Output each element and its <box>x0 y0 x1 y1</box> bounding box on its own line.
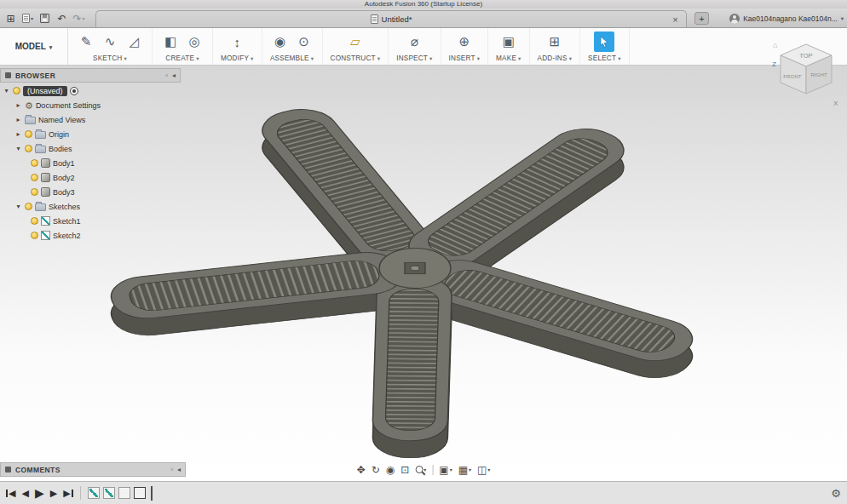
step-forward-button[interactable]: ▶ <box>50 488 57 499</box>
create-sketch-icon[interactable]: ✎ <box>76 32 96 52</box>
tree-item-root[interactable]: (Unsaved) <box>0 83 187 98</box>
construct-menu[interactable]: CONSTRUCT <box>331 54 381 62</box>
ribbon-group-inspect: ⌀ INSPECT <box>389 28 441 65</box>
grid-settings-button[interactable]: ▦▾ <box>458 464 471 476</box>
visibility-bulb-icon[interactable] <box>25 130 32 138</box>
new-tab-button[interactable]: + <box>694 12 709 25</box>
visibility-bulb-icon[interactable] <box>31 174 38 181</box>
tree-item-sketch2[interactable]: Sketch2 <box>0 228 187 243</box>
view-cube[interactable]: ⌂ TOP FRONT RIGHT Z X <box>770 37 842 109</box>
disclosure-down-icon[interactable] <box>14 203 22 210</box>
ribbon-group-insert: ⊕ INSERT <box>441 28 489 65</box>
tree-item-named-views[interactable]: Named Views <box>0 112 187 127</box>
select-menu[interactable]: SELECT <box>588 54 621 62</box>
press-pull-icon[interactable]: ↕ <box>227 32 247 52</box>
new-document-button[interactable]: ▾ <box>20 11 35 26</box>
orbit-button[interactable]: ↻ <box>372 464 380 476</box>
assemble-menu[interactable]: ASSEMBLE <box>270 54 314 62</box>
select-cursor-icon[interactable] <box>594 32 614 52</box>
activate-radio[interactable] <box>70 87 78 95</box>
redo-icon: ↷ <box>72 13 81 25</box>
tree-item-origin[interactable]: Origin <box>0 127 187 141</box>
create-menu[interactable]: CREATE <box>165 54 199 62</box>
undo-button[interactable]: ↶ <box>55 11 69 26</box>
play-button[interactable]: ▶ <box>35 486 44 500</box>
visibility-bulb-icon[interactable] <box>31 232 38 239</box>
construction-plane-icon[interactable]: ▱ <box>345 32 366 52</box>
zoom-button[interactable]: ▾ <box>415 466 426 473</box>
display-settings-button[interactable]: ▣▾ <box>439 464 452 476</box>
visibility-bulb-icon[interactable] <box>31 188 38 196</box>
sketch-icon <box>41 216 50 226</box>
sketch-menu[interactable]: SKETCH <box>93 54 127 62</box>
folder-icon <box>35 146 46 153</box>
disclosure-right-icon[interactable] <box>14 130 22 138</box>
visibility-bulb-icon[interactable] <box>25 203 32 210</box>
step-forward-icon: ▶ <box>50 488 57 499</box>
browser-panel-header[interactable]: BROWSER ▫ ◂ <box>0 68 181 83</box>
workspace-label: MODEL <box>15 42 46 51</box>
visibility-bulb-icon[interactable] <box>13 87 20 94</box>
skip-to-end-button[interactable]: ▶ <box>63 488 72 499</box>
gear-icon: ⚙ <box>25 101 33 110</box>
new-component-icon[interactable]: ◉ <box>270 32 291 52</box>
panel-collapse-icon[interactable]: ◂ <box>172 72 176 79</box>
visibility-bulb-icon[interactable] <box>31 217 38 225</box>
pan-button[interactable]: ✥ <box>357 464 366 476</box>
panel-dock-icon[interactable]: ▫ <box>170 466 173 473</box>
zoom-window-button[interactable]: ⊡ <box>400 464 409 476</box>
account-menu[interactable]: Kae0104nagano Kae0104n... ▾ <box>729 10 844 26</box>
workspace-selector[interactable]: MODEL <box>0 28 68 65</box>
revolve-icon[interactable]: ◎ <box>184 32 205 52</box>
measure-icon[interactable]: ⌀ <box>404 32 424 52</box>
visibility-bulb-icon[interactable] <box>25 145 32 152</box>
disclosure-right-icon[interactable] <box>14 116 22 123</box>
tree-item-body2[interactable]: Body2 <box>0 170 187 185</box>
app-grid-icon: ⊞ <box>6 13 14 25</box>
tree-item-body3[interactable]: Body3 <box>0 185 187 199</box>
viewports-button[interactable]: ◫▾ <box>477 464 490 476</box>
comments-panel-header[interactable]: COMMENTS ▫ ◂ <box>0 462 186 477</box>
timeline-settings-gear[interactable]: ⚙ <box>831 487 841 500</box>
disclosure-down-icon[interactable] <box>3 87 10 94</box>
tree-item-body1[interactable]: Body1 <box>0 156 187 170</box>
timeline-current-feature[interactable] <box>134 487 146 499</box>
tab-close-button[interactable]: × <box>670 14 681 25</box>
insert-menu[interactable]: INSERT <box>449 54 481 62</box>
document-tab[interactable]: Untitled* × <box>95 10 687 27</box>
timeline-position-marker[interactable] <box>151 486 153 501</box>
line-icon[interactable]: ◿ <box>124 32 144 52</box>
tree-item-sketches[interactable]: Sketches <box>0 199 187 214</box>
modify-menu[interactable]: MODIFY <box>221 54 254 62</box>
fusion360-window: Autodesk Fusion 360 (Startup License) ⊞ … <box>0 0 847 504</box>
redo-button[interactable]: ↷▾ <box>72 11 86 26</box>
insert-icon[interactable]: ⊕ <box>454 32 475 52</box>
tree-item-bodies[interactable]: Bodies <box>0 141 187 156</box>
model-viewport[interactable]: BROWSER ▫ ◂ (Unsaved) ⚙ Document Setting… <box>0 66 847 481</box>
step-back-button[interactable]: ◀ <box>21 488 28 499</box>
app-grid-button[interactable]: ⊞ <box>3 11 18 26</box>
inspect-menu[interactable]: INSPECT <box>396 54 432 62</box>
spline-icon[interactable]: ∿ <box>100 32 120 52</box>
make-menu[interactable]: MAKE <box>496 54 521 62</box>
tree-item-document-settings[interactable]: ⚙ Document Settings <box>0 98 187 112</box>
ribbon-group-make: ▣ MAKE <box>488 28 529 65</box>
timeline-sketch2-feature[interactable] <box>103 487 115 499</box>
joint-icon[interactable]: ⊙ <box>294 32 314 52</box>
look-at-button[interactable]: ◉ <box>386 464 395 476</box>
disclosure-right-icon[interactable] <box>14 101 22 109</box>
panel-collapse-icon[interactable]: ◂ <box>177 466 181 473</box>
disclosure-down-icon[interactable] <box>14 145 22 152</box>
tree-item-label: Sketch2 <box>53 232 81 240</box>
panel-dock-icon[interactable]: ▫ <box>165 72 168 79</box>
print-3d-icon[interactable]: ▣ <box>498 32 519 52</box>
visibility-bulb-icon[interactable] <box>31 159 38 167</box>
addins-menu[interactable]: ADD-INS <box>538 54 573 62</box>
scripts-addins-icon[interactable]: ⊞ <box>544 32 565 52</box>
tree-item-sketch1[interactable]: Sketch1 <box>0 214 187 228</box>
extrude-icon[interactable]: ◧ <box>160 32 181 52</box>
save-button[interactable] <box>37 11 52 26</box>
timeline-extrude-feature[interactable] <box>118 487 130 499</box>
timeline-sketch1-feature[interactable] <box>88 487 100 499</box>
skip-to-start-button[interactable]: ◀ <box>6 488 15 499</box>
